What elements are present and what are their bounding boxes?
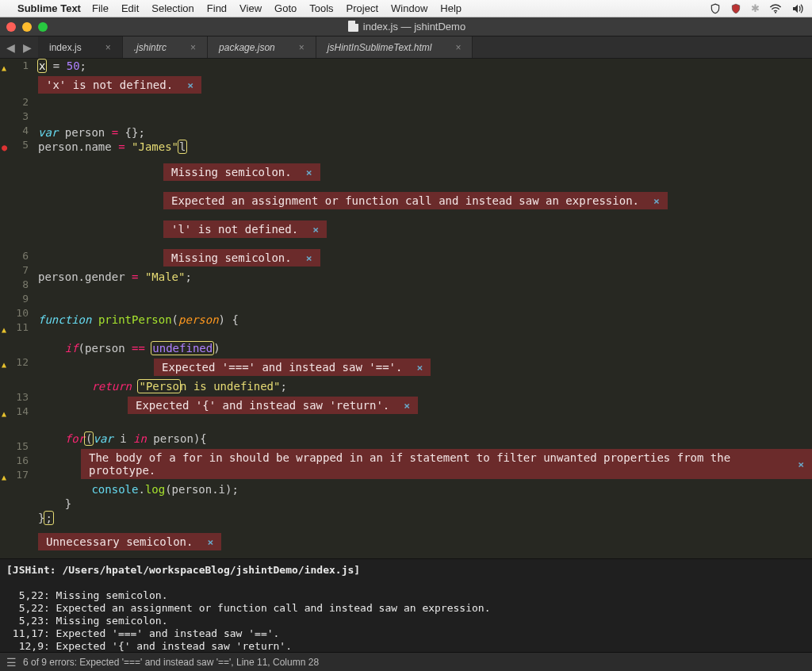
hint-close-icon[interactable]: ×: [416, 362, 423, 374]
gutter-line[interactable]: 16: [0, 454, 29, 468]
menu-tools[interactable]: Tools: [309, 2, 333, 14]
window-title: index.js — jshintDemo: [95, 21, 718, 33]
code-line: [38, 284, 812, 298]
tab-label: jsHintInSublimeText.html: [327, 42, 432, 53]
gutter-line[interactable]: 4: [0, 124, 29, 138]
tab-jshintrc[interactable]: .jshintrc ×: [123, 36, 208, 58]
code-line: [38, 298, 812, 312]
volume-icon[interactable]: [791, 3, 804, 14]
lint-hint[interactable]: Missing semicolon.×: [163, 163, 320, 181]
gutter-line[interactable]: 11: [0, 320, 29, 335]
hint-close-icon[interactable]: ×: [312, 224, 319, 236]
gutter-line[interactable]: 8: [0, 278, 29, 292]
menu-find[interactable]: Find: [207, 2, 227, 14]
lint-hint[interactable]: Expected an assignment or function call …: [163, 192, 668, 209]
gutter-line[interactable]: 1: [0, 59, 29, 73]
window-titlebar: index.js — jshintDemo: [0, 17, 812, 36]
lint-hint[interactable]: The body of a for in should be wrapped i…: [81, 449, 812, 479]
app-name[interactable]: Sublime Text: [17, 2, 81, 14]
code-line: if(person == undefined): [38, 341, 812, 355]
panel-toggle-icon[interactable]: ☰: [6, 656, 17, 669]
tab-close-icon[interactable]: ×: [299, 42, 304, 53]
tab-index-js[interactable]: index.js ×: [38, 36, 123, 58]
line-gutter: 1234567891011121314151617: [0, 59, 33, 558]
tab-bar: ◀ ▶ index.js × .jshintrc × package.json …: [0, 36, 812, 59]
menu-window[interactable]: Window: [391, 2, 427, 14]
hint-close-icon[interactable]: ×: [653, 195, 660, 207]
tab-package-json[interactable]: package.json ×: [208, 36, 316, 58]
warning-icon: [2, 470, 11, 480]
gutter-line[interactable]: [0, 370, 29, 390]
tab-close-icon[interactable]: ×: [190, 42, 196, 53]
menu-file[interactable]: File: [92, 2, 109, 14]
shield-icon[interactable]: [710, 3, 721, 14]
output-panel[interactable]: [JSHint: /Users/hpatel/workspaceBlog/jsh…: [0, 558, 812, 652]
gutter-line[interactable]: 3: [0, 109, 29, 124]
lint-hint[interactable]: 'l' is not defined.×: [163, 220, 327, 238]
gutter-line[interactable]: [0, 201, 29, 223]
nav-forward-icon[interactable]: ▶: [23, 41, 32, 54]
error-icon: [2, 140, 11, 150]
hint-close-icon[interactable]: ×: [404, 400, 410, 412]
editor-pane[interactable]: 1234567891011121314151617 x = 50; 'x' is…: [0, 59, 812, 558]
bluetooth-icon[interactable]: ✱: [751, 2, 760, 14]
console-line: 5,23: Missing semicolon.: [6, 615, 806, 627]
warning-icon: [2, 61, 11, 71]
svg-point-0: [775, 11, 776, 13]
gutter-line[interactable]: [0, 152, 29, 178]
hint-close-icon[interactable]: ×: [187, 79, 193, 91]
gutter-line[interactable]: 12: [0, 355, 29, 370]
lint-hint[interactable]: 'x' is not defined.×: [38, 76, 201, 94]
gutter-line[interactable]: 5: [0, 138, 29, 152]
nav-back-icon[interactable]: ◀: [6, 41, 15, 54]
menu-help[interactable]: Help: [440, 2, 462, 14]
tab-jshint-html[interactable]: jsHintInSublimeText.html ×: [316, 36, 473, 58]
hint-close-icon[interactable]: ×: [306, 167, 312, 178]
menu-project[interactable]: Project: [347, 2, 378, 14]
lint-hint[interactable]: Expected '{' and instead saw 'return'.×: [128, 397, 418, 414]
code-line: x = 50;: [38, 59, 812, 73]
tab-label: package.json: [219, 42, 275, 53]
gutter-line[interactable]: [0, 178, 29, 201]
gutter-line[interactable]: 15: [0, 439, 29, 454]
tab-close-icon[interactable]: ×: [105, 42, 111, 53]
lint-hint[interactable]: Unnecessary semicolon.×: [38, 533, 221, 550]
gutter-line[interactable]: 7: [0, 263, 29, 278]
gutter-line[interactable]: [0, 223, 29, 249]
wifi-icon[interactable]: [769, 4, 782, 13]
code-line: [38, 111, 812, 125]
code-area[interactable]: x = 50; 'x' is not defined.× var person …: [33, 59, 812, 558]
menu-edit[interactable]: Edit: [121, 2, 139, 14]
window-maximize-button[interactable]: [38, 22, 48, 32]
code-line: [38, 97, 812, 111]
warning-icon: [2, 407, 11, 416]
window-close-button[interactable]: [6, 22, 16, 32]
lint-hint[interactable]: Expected '===' and instead saw '=='.×: [154, 359, 431, 376]
window-controls: [6, 22, 48, 32]
lint-hint[interactable]: Missing semicolon.×: [163, 249, 320, 266]
gutter-line[interactable]: 2: [0, 95, 29, 109]
status-bar[interactable]: ☰ 6 of 9 errors: Expected '===' and inst…: [0, 652, 812, 671]
menu-selection[interactable]: Selection: [151, 2, 193, 14]
gutter-line[interactable]: [0, 482, 29, 506]
window-minimize-button[interactable]: [22, 22, 32, 32]
hint-close-icon[interactable]: ×: [306, 252, 312, 264]
gutter-line[interactable]: 6: [0, 249, 29, 263]
code-line: }: [38, 497, 812, 511]
gutter-line[interactable]: [0, 419, 29, 439]
menu-goto[interactable]: Goto: [274, 2, 297, 14]
menu-view[interactable]: View: [239, 2, 262, 14]
gutter-line[interactable]: [0, 335, 29, 355]
hint-close-icon[interactable]: ×: [207, 536, 213, 548]
console-header: [JSHint: /Users/hpatel/workspaceBlog/jsh…: [6, 564, 806, 577]
tab-label: index.js: [49, 42, 82, 53]
gutter-line[interactable]: 10: [0, 306, 29, 320]
gutter-line[interactable]: 17: [0, 468, 29, 482]
hint-close-icon[interactable]: ×: [798, 458, 804, 470]
gutter-line[interactable]: 13: [0, 390, 29, 405]
gutter-line[interactable]: 14: [0, 405, 29, 419]
shield2-icon[interactable]: [730, 3, 741, 14]
gutter-line[interactable]: 9: [0, 292, 29, 306]
tab-close-icon[interactable]: ×: [455, 42, 461, 53]
gutter-line[interactable]: [0, 73, 29, 95]
